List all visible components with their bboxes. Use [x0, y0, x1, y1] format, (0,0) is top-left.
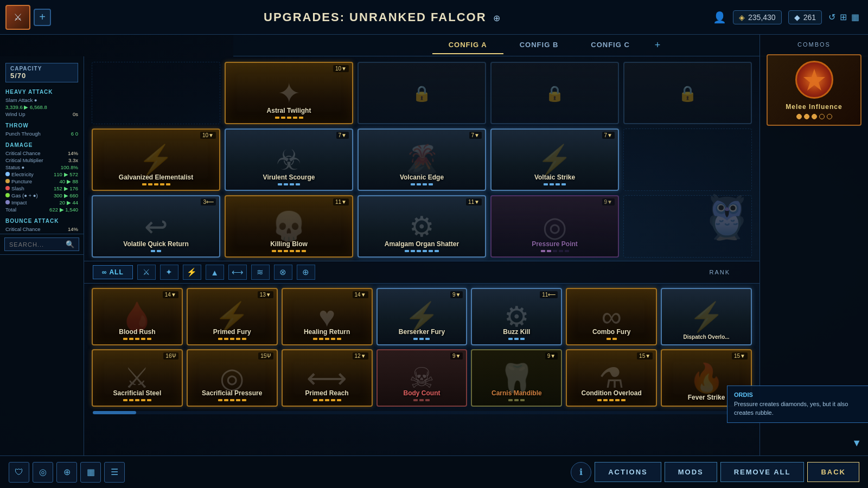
- filter-stance-icon[interactable]: ✦: [160, 265, 178, 280]
- slam-attack-row: Slam Attack ●: [5, 97, 78, 103]
- melee-influence-icon: [795, 61, 833, 99]
- title-symbol: ⊕: [493, 14, 500, 23]
- mod-card-body-count[interactable]: ☠ 9▼ Body Count: [376, 349, 468, 407]
- lock-icon: 🔒: [678, 84, 697, 102]
- layout-icon[interactable]: ▦: [851, 12, 859, 22]
- mod-card-voltaic[interactable]: ⚡ 7▼ Voltaic Strike: [490, 129, 619, 191]
- equipped-grid: ✦ 10▼ Astral Twilight 🔒 🔒 🔒: [92, 62, 752, 191]
- stats-panel: CAPACITY 5/70 HEAVY ATTACK Slam Attack ●…: [0, 56, 84, 455]
- filter-special-icon[interactable]: ⊕: [297, 265, 315, 280]
- mod-card-sacrificial-pressure[interactable]: ◎ 15Ψ Sacrificial Pressure: [187, 349, 278, 407]
- capacity-value: 5/70: [10, 72, 73, 80]
- tab-config-b[interactable]: CONFIG B: [503, 36, 575, 54]
- mod-slot-locked-1[interactable]: 🔒: [358, 62, 486, 124]
- mod-slot-locked-3[interactable]: 🔒: [623, 62, 752, 124]
- mod-card-condition-overload[interactable]: ⚗ 15▼ Condition Overload: [566, 349, 657, 407]
- mod-card-sacrificial-steel[interactable]: ⚔ 16Ψ Sacrificial Steel: [92, 349, 183, 407]
- shield-icon-btn[interactable]: 🛡: [9, 462, 29, 483]
- mod-slot-empty-1[interactable]: [92, 62, 220, 124]
- melee-influence-card[interactable]: Melee Influence: [767, 54, 861, 126]
- mods-button[interactable]: MODS: [665, 462, 717, 482]
- gas-value: 300 ▶ 660: [54, 192, 78, 198]
- map-icon-btn[interactable]: ⊕: [56, 462, 77, 483]
- mod-slot-empty-2[interactable]: [623, 129, 752, 191]
- filter-status-icon[interactable]: ⊗: [274, 265, 292, 280]
- back-button[interactable]: BACK: [807, 462, 859, 482]
- lock-icon: 🔒: [412, 84, 431, 102]
- mod-name: Volcanic Edge: [398, 174, 446, 181]
- mod-name: Volatile Quick Return: [121, 240, 190, 248]
- mod-card-carnis-mandible[interactable]: 🦷 9▼ Carnis Mandible: [471, 349, 562, 407]
- mod-card-pressure-point[interactable]: ◎ 9▼ Pressure Point: [490, 195, 619, 258]
- add-weapon-button[interactable]: +: [34, 9, 51, 26]
- mod-card-buzz-kill[interactable]: ⚙ 11⟵ Buzz Kill: [471, 288, 562, 345]
- crit-chance-label: Critical Chance: [5, 150, 40, 156]
- mod-card-virulent[interactable]: ☣ 7▼ Virulent Scourge: [225, 129, 353, 191]
- mod-card-blood-rush[interactable]: 🩸 14▼ Blood Rush: [92, 288, 183, 345]
- slash-value: 152 ▶ 176: [54, 185, 78, 191]
- camera-icon-btn[interactable]: ▦: [80, 462, 101, 483]
- info-button[interactable]: ℹ: [571, 462, 591, 483]
- influence-dot-1: [796, 114, 802, 119]
- mod-card-dispatch-overload[interactable]: ⚡ Dispatch Overlo...: [661, 288, 752, 345]
- expand-icon[interactable]: ▼: [852, 438, 861, 449]
- mod-card-volatile[interactable]: ↩ 3⟵ Volatile Quick Return: [92, 195, 220, 258]
- remove-all-button[interactable]: REMOVE ALL: [720, 462, 805, 482]
- weapon-thumbnail[interactable]: ⚔: [5, 5, 30, 30]
- bounce-crit-label: Critical Chance: [5, 226, 40, 232]
- bounce-crit-row: Critical Chance 14%: [5, 226, 78, 232]
- plat-value: 261: [803, 13, 816, 22]
- mod-art: ∞: [567, 289, 656, 344]
- filter-melee-icon[interactable]: ⚔: [137, 265, 156, 280]
- filter-all-button[interactable]: ∞ ALL: [93, 265, 133, 279]
- filter-speed-icon[interactable]: ≋: [251, 265, 270, 280]
- influence-dot-2: [804, 114, 809, 119]
- mod-name: Voltaic Strike: [532, 174, 577, 181]
- influence-dot-5: [827, 114, 832, 119]
- crit-chance-value: 14%: [68, 150, 78, 156]
- mod-card-primed-fury[interactable]: ⚡ 13▼ Primed Fury: [187, 288, 278, 345]
- search-input[interactable]: [9, 241, 62, 248]
- throw-title: THROW: [5, 123, 78, 129]
- filter-damage-icon[interactable]: ▲: [206, 265, 224, 280]
- mod-card-amalgam-organ[interactable]: ⚙ 11▼ Amalgam Organ Shatter: [358, 195, 486, 258]
- slam-val-row: 3,339.6 ▶ 6,568.8: [5, 104, 78, 110]
- scroll-thumb[interactable]: [93, 411, 136, 414]
- top-bar-left: ⚔ +: [0, 5, 51, 30]
- mod-rank: 15Ψ: [258, 352, 273, 359]
- total-row: Total 622 ▶ 1,540: [5, 207, 78, 213]
- add-config-button[interactable]: +: [646, 35, 669, 55]
- mod-name: Pressure Point: [529, 240, 580, 248]
- mod-card-killing-blow[interactable]: 💀 11▼ Killing Blow: [225, 195, 353, 258]
- profile-icon[interactable]: 👤: [713, 11, 726, 24]
- available-mods-section: 🩸 14▼ Blood Rush ⚡ 13▼ Primed Fury: [84, 284, 760, 419]
- mod-card-combo-fury[interactable]: ∞ Combo Fury: [566, 288, 657, 345]
- mod-slot-empty-3[interactable]: [623, 195, 752, 258]
- status-row: Status ● 100.8%: [5, 164, 78, 170]
- mod-card-healing-return[interactable]: ♥ 14▼ Healing Return: [282, 288, 373, 345]
- actions-button[interactable]: ACTIONS: [595, 462, 661, 482]
- capacity-label: CAPACITY: [10, 66, 73, 72]
- refresh-icon[interactable]: ↺: [828, 12, 835, 22]
- filter-reach-icon[interactable]: ⟷: [228, 265, 247, 280]
- ordis-chat-bubble: ORDIS Pressure creates diamonds, yes, bu…: [727, 386, 868, 423]
- melee-influence-name: Melee Influence: [773, 103, 855, 111]
- mod-card-primed-reach[interactable]: ⟷ 12▼ Primed Reach: [282, 349, 373, 407]
- punch-through-row: Punch Through 6 0: [5, 131, 78, 137]
- mod-card-astral-twilight[interactable]: ✦ 10▼ Astral Twilight: [225, 62, 353, 124]
- tab-config-c[interactable]: CONFIG C: [575, 36, 646, 54]
- mod-card-volcanic[interactable]: 🌋 7▼ Volcanic Edge: [358, 129, 486, 191]
- impact-row: Impact 20 ▶ 44: [5, 200, 78, 206]
- tab-config-a[interactable]: CONFIG A: [432, 36, 503, 54]
- filter-attack-icon[interactable]: ⚡: [183, 265, 201, 280]
- target-icon-btn[interactable]: ◎: [33, 462, 53, 483]
- mod-name: Fever Strike: [686, 394, 727, 401]
- mod-name: Buzz Kill: [501, 328, 532, 336]
- mod-rank: 12▼: [353, 352, 368, 359]
- export-icon[interactable]: ⊞: [840, 12, 847, 22]
- mod-slot-locked-2[interactable]: 🔒: [490, 62, 619, 124]
- mod-card-berserker-fury[interactable]: ⚡ 9▼ Berserker Fury: [376, 288, 468, 345]
- bounce-title: BOUNCE ATTACK: [5, 218, 78, 224]
- mod-card-galvanized[interactable]: ⚡ 10▼ Galvanized Elementalist: [92, 129, 220, 191]
- menu-icon-btn[interactable]: ☰: [104, 462, 125, 483]
